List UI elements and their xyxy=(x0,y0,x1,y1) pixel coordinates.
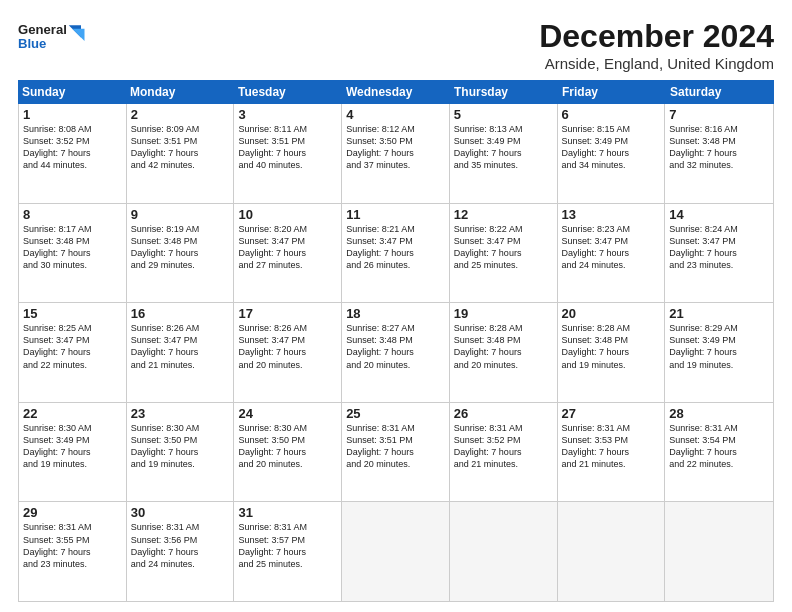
calendar-cell-4-6: 27Sunrise: 8:31 AM Sunset: 3:53 PM Dayli… xyxy=(558,403,666,502)
header-sunday: Sunday xyxy=(18,80,126,104)
day-number: 25 xyxy=(346,406,445,421)
day-number: 30 xyxy=(131,505,230,520)
day-number: 5 xyxy=(454,107,553,122)
title-section: December 2024 Arnside, England, United K… xyxy=(539,18,774,72)
calendar-grid: 1Sunrise: 8:08 AM Sunset: 3:52 PM Daylig… xyxy=(18,104,774,602)
day-info: Sunrise: 8:31 AM Sunset: 3:51 PM Dayligh… xyxy=(346,423,415,469)
svg-text:General: General xyxy=(18,22,67,37)
day-number: 18 xyxy=(346,306,445,321)
calendar-cell-5-5 xyxy=(450,502,558,601)
calendar-cell-5-3: 31Sunrise: 8:31 AM Sunset: 3:57 PM Dayli… xyxy=(234,502,342,601)
day-info: Sunrise: 8:27 AM Sunset: 3:48 PM Dayligh… xyxy=(346,323,415,369)
calendar: Sunday Monday Tuesday Wednesday Thursday… xyxy=(18,80,774,602)
day-info: Sunrise: 8:12 AM Sunset: 3:50 PM Dayligh… xyxy=(346,124,415,170)
day-number: 23 xyxy=(131,406,230,421)
day-number: 19 xyxy=(454,306,553,321)
day-info: Sunrise: 8:17 AM Sunset: 3:48 PM Dayligh… xyxy=(23,224,92,270)
day-number: 26 xyxy=(454,406,553,421)
day-info: Sunrise: 8:22 AM Sunset: 3:47 PM Dayligh… xyxy=(454,224,523,270)
day-info: Sunrise: 8:20 AM Sunset: 3:47 PM Dayligh… xyxy=(238,224,307,270)
day-info: Sunrise: 8:23 AM Sunset: 3:47 PM Dayligh… xyxy=(562,224,631,270)
day-number: 28 xyxy=(669,406,769,421)
day-number: 6 xyxy=(562,107,661,122)
day-info: Sunrise: 8:13 AM Sunset: 3:49 PM Dayligh… xyxy=(454,124,523,170)
day-number: 12 xyxy=(454,207,553,222)
day-number: 3 xyxy=(238,107,337,122)
day-info: Sunrise: 8:26 AM Sunset: 3:47 PM Dayligh… xyxy=(238,323,307,369)
day-info: Sunrise: 8:16 AM Sunset: 3:48 PM Dayligh… xyxy=(669,124,738,170)
day-info: Sunrise: 8:31 AM Sunset: 3:56 PM Dayligh… xyxy=(131,522,200,568)
day-info: Sunrise: 8:25 AM Sunset: 3:47 PM Dayligh… xyxy=(23,323,92,369)
calendar-cell-3-3: 17Sunrise: 8:26 AM Sunset: 3:47 PM Dayli… xyxy=(234,303,342,402)
day-number: 27 xyxy=(562,406,661,421)
calendar-cell-2-3: 10Sunrise: 8:20 AM Sunset: 3:47 PM Dayli… xyxy=(234,204,342,303)
day-number: 22 xyxy=(23,406,122,421)
day-info: Sunrise: 8:21 AM Sunset: 3:47 PM Dayligh… xyxy=(346,224,415,270)
day-number: 16 xyxy=(131,306,230,321)
calendar-cell-1-5: 5Sunrise: 8:13 AM Sunset: 3:49 PM Daylig… xyxy=(450,104,558,203)
day-info: Sunrise: 8:30 AM Sunset: 3:49 PM Dayligh… xyxy=(23,423,92,469)
calendar-cell-1-3: 3Sunrise: 8:11 AM Sunset: 3:51 PM Daylig… xyxy=(234,104,342,203)
calendar-cell-2-7: 14Sunrise: 8:24 AM Sunset: 3:47 PM Dayli… xyxy=(665,204,773,303)
header-saturday: Saturday xyxy=(666,80,774,104)
calendar-cell-4-2: 23Sunrise: 8:30 AM Sunset: 3:50 PM Dayli… xyxy=(127,403,235,502)
day-info: Sunrise: 8:31 AM Sunset: 3:54 PM Dayligh… xyxy=(669,423,738,469)
day-info: Sunrise: 8:26 AM Sunset: 3:47 PM Dayligh… xyxy=(131,323,200,369)
day-number: 14 xyxy=(669,207,769,222)
day-number: 15 xyxy=(23,306,122,321)
calendar-cell-3-6: 20Sunrise: 8:28 AM Sunset: 3:48 PM Dayli… xyxy=(558,303,666,402)
day-number: 10 xyxy=(238,207,337,222)
header: General Blue December 2024 Arnside, Engl… xyxy=(18,18,774,72)
day-info: Sunrise: 8:24 AM Sunset: 3:47 PM Dayligh… xyxy=(669,224,738,270)
calendar-cell-2-6: 13Sunrise: 8:23 AM Sunset: 3:47 PM Dayli… xyxy=(558,204,666,303)
day-number: 31 xyxy=(238,505,337,520)
calendar-cell-4-1: 22Sunrise: 8:30 AM Sunset: 3:49 PM Dayli… xyxy=(19,403,127,502)
day-info: Sunrise: 8:29 AM Sunset: 3:49 PM Dayligh… xyxy=(669,323,738,369)
logo-svg: General Blue xyxy=(18,18,88,58)
calendar-cell-5-4 xyxy=(342,502,450,601)
logo: General Blue xyxy=(18,18,88,58)
day-info: Sunrise: 8:28 AM Sunset: 3:48 PM Dayligh… xyxy=(562,323,631,369)
day-number: 1 xyxy=(23,107,122,122)
calendar-cell-1-6: 6Sunrise: 8:15 AM Sunset: 3:49 PM Daylig… xyxy=(558,104,666,203)
calendar-cell-4-4: 25Sunrise: 8:31 AM Sunset: 3:51 PM Dayli… xyxy=(342,403,450,502)
calendar-cell-5-7 xyxy=(665,502,773,601)
day-number: 20 xyxy=(562,306,661,321)
calendar-header: Sunday Monday Tuesday Wednesday Thursday… xyxy=(18,80,774,104)
day-info: Sunrise: 8:15 AM Sunset: 3:49 PM Dayligh… xyxy=(562,124,631,170)
calendar-cell-1-7: 7Sunrise: 8:16 AM Sunset: 3:48 PM Daylig… xyxy=(665,104,773,203)
calendar-row-4: 22Sunrise: 8:30 AM Sunset: 3:49 PM Dayli… xyxy=(19,403,773,503)
header-wednesday: Wednesday xyxy=(342,80,450,104)
calendar-cell-4-7: 28Sunrise: 8:31 AM Sunset: 3:54 PM Dayli… xyxy=(665,403,773,502)
calendar-row-3: 15Sunrise: 8:25 AM Sunset: 3:47 PM Dayli… xyxy=(19,303,773,403)
calendar-cell-2-5: 12Sunrise: 8:22 AM Sunset: 3:47 PM Dayli… xyxy=(450,204,558,303)
day-info: Sunrise: 8:30 AM Sunset: 3:50 PM Dayligh… xyxy=(238,423,307,469)
calendar-row-2: 8Sunrise: 8:17 AM Sunset: 3:48 PM Daylig… xyxy=(19,204,773,304)
day-info: Sunrise: 8:28 AM Sunset: 3:48 PM Dayligh… xyxy=(454,323,523,369)
header-friday: Friday xyxy=(558,80,666,104)
calendar-cell-2-2: 9Sunrise: 8:19 AM Sunset: 3:48 PM Daylig… xyxy=(127,204,235,303)
calendar-row-1: 1Sunrise: 8:08 AM Sunset: 3:52 PM Daylig… xyxy=(19,104,773,204)
month-title: December 2024 xyxy=(539,18,774,55)
header-thursday: Thursday xyxy=(450,80,558,104)
day-number: 11 xyxy=(346,207,445,222)
calendar-cell-5-6 xyxy=(558,502,666,601)
day-number: 7 xyxy=(669,107,769,122)
day-number: 13 xyxy=(562,207,661,222)
location: Arnside, England, United Kingdom xyxy=(539,55,774,72)
day-info: Sunrise: 8:08 AM Sunset: 3:52 PM Dayligh… xyxy=(23,124,92,170)
header-tuesday: Tuesday xyxy=(234,80,342,104)
calendar-cell-3-5: 19Sunrise: 8:28 AM Sunset: 3:48 PM Dayli… xyxy=(450,303,558,402)
day-number: 9 xyxy=(131,207,230,222)
svg-text:Blue: Blue xyxy=(18,36,46,51)
calendar-row-5: 29Sunrise: 8:31 AM Sunset: 3:55 PM Dayli… xyxy=(19,502,773,601)
day-info: Sunrise: 8:09 AM Sunset: 3:51 PM Dayligh… xyxy=(131,124,200,170)
calendar-cell-3-7: 21Sunrise: 8:29 AM Sunset: 3:49 PM Dayli… xyxy=(665,303,773,402)
day-info: Sunrise: 8:31 AM Sunset: 3:57 PM Dayligh… xyxy=(238,522,307,568)
day-info: Sunrise: 8:11 AM Sunset: 3:51 PM Dayligh… xyxy=(238,124,307,170)
svg-marker-3 xyxy=(72,29,84,41)
day-number: 2 xyxy=(131,107,230,122)
calendar-cell-4-5: 26Sunrise: 8:31 AM Sunset: 3:52 PM Dayli… xyxy=(450,403,558,502)
calendar-cell-1-2: 2Sunrise: 8:09 AM Sunset: 3:51 PM Daylig… xyxy=(127,104,235,203)
day-number: 8 xyxy=(23,207,122,222)
